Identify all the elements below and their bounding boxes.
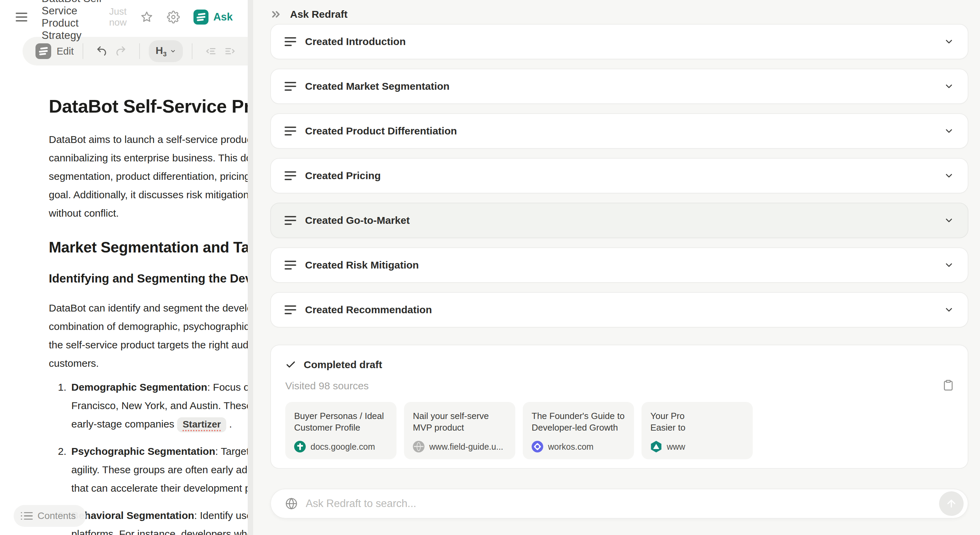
- subsection-heading: Identifying and Segmenting the Developer…: [49, 272, 253, 285]
- gear-icon[interactable]: [167, 11, 180, 24]
- document-header: DataBot Self-Service Product Strategy Ju…: [0, 0, 248, 34]
- undo-icon[interactable]: [92, 41, 111, 61]
- source-domain: www: [667, 442, 685, 452]
- source-favicon: [651, 441, 662, 452]
- ask-redraft-input[interactable]: [306, 497, 939, 510]
- source-domain: workos.com: [548, 442, 593, 452]
- created-step-card[interactable]: Created Market Segmentation: [270, 68, 969, 104]
- heading-style-dropdown[interactable]: H3: [149, 40, 183, 62]
- source-card[interactable]: Nail your self-serve MVP product www.fie…: [404, 402, 515, 459]
- source-title: Your Pro Easier to: [651, 410, 744, 433]
- contents-list-icon: [24, 512, 33, 520]
- source-card[interactable]: The Founder's Guide to Developer-led Gro…: [523, 402, 634, 459]
- text-lines-icon: [285, 171, 297, 180]
- created-step-card[interactable]: Created Recommendation: [270, 292, 969, 328]
- contents-button[interactable]: Contents: [14, 505, 86, 527]
- chevron-down-icon[interactable]: [944, 305, 954, 315]
- ask-button-label: Ask: [213, 11, 233, 23]
- visited-sources-text: Visited 98 sources: [285, 380, 369, 392]
- arrow-up-icon: [945, 498, 957, 510]
- chevron-down-icon[interactable]: [944, 170, 954, 181]
- document-title: DataBot Self-Service Product Strategy: [49, 96, 253, 117]
- step-label: Created Risk Mitigation: [305, 259, 419, 271]
- list-item: Demographic Segmentation: Focus on start…: [69, 378, 253, 433]
- step-label: Created Introduction: [305, 36, 406, 48]
- collapse-panel-icon[interactable]: [270, 8, 283, 21]
- list-item: Behavioral Segmentation: Identify users …: [69, 506, 253, 535]
- chevron-down-icon[interactable]: [944, 126, 954, 136]
- step-label: Created Product Differentiation: [305, 125, 457, 137]
- send-button[interactable]: [939, 491, 964, 516]
- edit-doc-icon: [35, 43, 51, 59]
- step-label: Created Go-to-Market: [305, 215, 410, 226]
- document-pane: DataBot Self-Service Product Strategy Ju…: [0, 0, 253, 535]
- redo-icon[interactable]: [111, 41, 130, 61]
- ask-input-bar: [270, 489, 969, 519]
- intro-paragraph: DataBot aims to launch a self-service pr…: [49, 131, 253, 223]
- source-domain: docs.google.com: [310, 442, 375, 452]
- chevron-down-icon[interactable]: [944, 37, 954, 47]
- chevron-down-icon[interactable]: [944, 215, 954, 226]
- check-icon: [285, 359, 296, 370]
- source-title: Nail your self-serve MVP product: [413, 410, 506, 433]
- bullet-list-icon[interactable]: [249, 41, 253, 61]
- panel-title: Ask Redraft: [290, 8, 347, 20]
- toolbar-divider: [139, 43, 140, 59]
- body-paragraph: DataBot can identify and segment the dev…: [49, 299, 253, 373]
- menu-icon[interactable]: [16, 10, 27, 24]
- ask-redraft-panel: Ask Redraft Created Introduction Created…: [253, 0, 980, 535]
- created-step-card[interactable]: Created Product Differentiation: [270, 113, 969, 149]
- text-lines-icon: [285, 216, 297, 225]
- source-favicon: [531, 441, 543, 452]
- star-icon[interactable]: [140, 11, 153, 24]
- toolbar-divider: [83, 43, 83, 59]
- created-step-card[interactable]: Created Go-to-Market: [270, 203, 969, 238]
- chevron-down-icon[interactable]: [944, 81, 954, 91]
- indent-icon[interactable]: [220, 41, 240, 61]
- step-label: Created Market Segmentation: [305, 81, 449, 92]
- source-list: Buyer Personas / Ideal Customer Profile …: [285, 402, 968, 459]
- document-title-header[interactable]: DataBot Self-Service Product Strategy: [41, 0, 109, 41]
- text-lines-icon: [285, 306, 297, 314]
- completed-draft-label: Completed draft: [304, 359, 382, 371]
- created-step-card[interactable]: Created Introduction: [270, 24, 969, 59]
- list-item-lead: Behavioral Segmentation: [71, 510, 194, 521]
- source-card[interactable]: Buyer Personas / Ideal Customer Profile …: [285, 402, 396, 459]
- created-step-card[interactable]: Created Pricing: [270, 158, 969, 193]
- edit-mode-button[interactable]: Edit: [35, 43, 74, 59]
- redraft-logo-icon: [194, 10, 208, 25]
- globe-icon: [285, 497, 298, 510]
- contents-label: Contents: [38, 510, 76, 521]
- source-card[interactable]: Your Pro Easier to www: [641, 402, 753, 459]
- text-lines-icon: [285, 261, 297, 269]
- source-favicon: [294, 441, 306, 452]
- list-item-lead: Demographic Segmentation: [71, 381, 207, 393]
- source-domain: www.field-guide.u...: [429, 442, 503, 452]
- toolbar-divider: [192, 43, 192, 59]
- created-step-card[interactable]: Created Risk Mitigation: [270, 247, 969, 283]
- section-heading: Market Segmentation and Target Audience: [49, 239, 253, 256]
- panel-header: Ask Redraft: [270, 0, 969, 21]
- text-lines-icon: [285, 82, 297, 91]
- document-body[interactable]: DataBot Self-Service Product Strategy Da…: [0, 65, 253, 535]
- text-lines-icon: [285, 127, 297, 135]
- list-item: Psychographic Segmentation: Target devel…: [69, 442, 253, 497]
- chevron-down-icon: [170, 48, 176, 54]
- save-status: Just now: [109, 6, 127, 28]
- app-window: DataBot Self-Service Product Strategy Ju…: [0, 0, 980, 535]
- source-title: The Founder's Guide to Developer-led Gro…: [531, 410, 625, 434]
- text-lines-icon: [285, 37, 297, 46]
- outdent-icon[interactable]: [201, 41, 220, 61]
- step-label: Created Recommendation: [305, 304, 432, 315]
- edit-mode-label: Edit: [57, 46, 74, 57]
- steps-list: Created Introduction Created Market Segm…: [270, 24, 969, 328]
- source-favicon: [413, 441, 425, 452]
- step-label: Created Pricing: [305, 170, 381, 182]
- list-item-lead: Psychographic Segmentation: [71, 446, 215, 457]
- ask-button[interactable]: Ask: [194, 10, 233, 25]
- completed-draft-card: Completed draft Visited 98 sources Buyer…: [270, 345, 969, 469]
- source-title: Buyer Personas / Ideal Customer Profile …: [294, 410, 388, 434]
- chevron-down-icon[interactable]: [944, 260, 954, 270]
- inline-tag-pill[interactable]: Startizer: [177, 417, 226, 432]
- clipboard-icon[interactable]: [942, 379, 954, 392]
